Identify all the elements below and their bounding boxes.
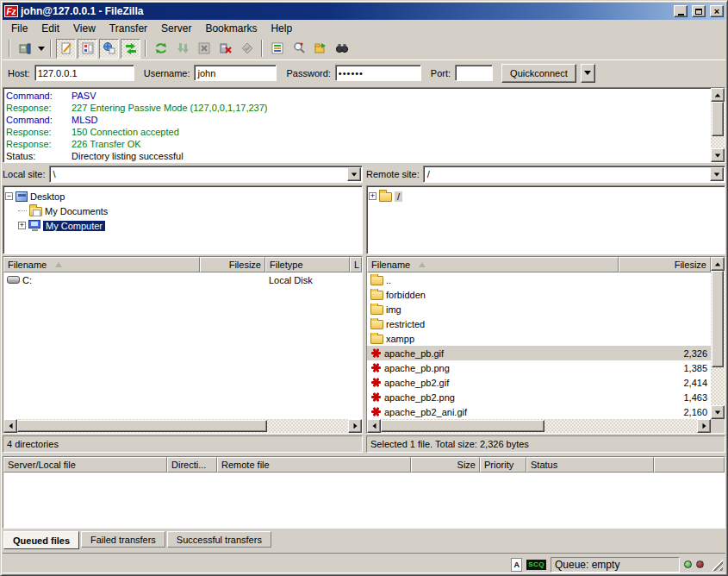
column-header-priority[interactable]: Priority (480, 457, 526, 473)
scrollbar-track[interactable] (544, 419, 697, 433)
process-queue-button[interactable] (172, 39, 192, 59)
column-header-filename[interactable]: Filename (3, 257, 200, 272)
scroll-left-button[interactable] (367, 419, 381, 433)
file-name: forbidden (386, 290, 426, 300)
column-header-filetype[interactable]: Filetype (265, 257, 350, 272)
scrollbar-track[interactable] (711, 367, 725, 405)
local-horizontal-scrollbar[interactable] (3, 419, 362, 433)
file-row-c-drive[interactable]: C: Local Disk (3, 272, 362, 287)
scroll-right-button[interactable] (348, 419, 362, 433)
remote-site-dropdown-button[interactable] (710, 167, 724, 181)
file-row[interactable]: forbidden (367, 287, 711, 302)
speed-limit-badge-icon[interactable]: SCQ (526, 560, 546, 570)
tab-successful-transfers[interactable]: Successful transfers (167, 531, 271, 548)
tab-queued-files[interactable]: Queued files (3, 531, 79, 549)
column-header-server-local-file[interactable]: Server/Local file (3, 457, 167, 473)
quickconnect-dropdown[interactable] (581, 64, 595, 83)
toggle-message-log-button[interactable] (56, 39, 76, 59)
site-manager-dropdown[interactable] (35, 39, 47, 59)
scrollbar-thumb[interactable] (712, 271, 724, 367)
transfer-type-ascii-icon[interactable]: A (511, 558, 522, 572)
column-header-remote-file[interactable]: Remote file (217, 457, 411, 473)
column-header-status[interactable]: Status (526, 457, 654, 473)
titlebar[interactable]: Fz john@127.0.0.1 - FileZilla × (3, 3, 725, 20)
disconnect-button[interactable] (215, 39, 235, 59)
file-row[interactable]: xampp (367, 331, 711, 346)
scroll-up-button[interactable] (711, 257, 725, 271)
toggle-remote-tree-button[interactable] (99, 39, 119, 59)
file-row[interactable]: apache_pb2.png 1,463 (367, 390, 711, 404)
file-row[interactable]: apache_pb2_ani.gif 2,160 (367, 404, 711, 419)
menu-view[interactable]: View (66, 21, 103, 36)
username-input[interactable] (194, 65, 277, 81)
file-row[interactable]: img (367, 302, 711, 316)
reconnect-button[interactable] (237, 39, 257, 59)
column-header-last-modified[interactable]: L (350, 257, 362, 272)
column-header-filesize[interactable]: Filesize (619, 257, 711, 272)
tree-item-desktop[interactable]: − Desktop (5, 189, 360, 203)
scrollbar-thumb[interactable] (17, 420, 267, 432)
scrollbar-track[interactable] (267, 419, 348, 433)
tree-item-root[interactable]: + / (369, 189, 723, 203)
menu-help[interactable]: Help (264, 21, 299, 36)
close-button[interactable]: × (710, 5, 724, 17)
column-header-filename[interactable]: Filename (367, 257, 619, 272)
file-size: 2,326 (619, 348, 711, 359)
scrollbar-thumb[interactable] (712, 102, 724, 136)
synchronized-browsing-button[interactable] (332, 39, 352, 59)
my-documents-folder-icon (29, 207, 42, 216)
minimize-button[interactable] (674, 5, 688, 17)
resize-grip[interactable] (710, 558, 723, 571)
maximize-button[interactable] (692, 5, 706, 17)
scroll-down-button[interactable] (711, 405, 725, 419)
file-search-button[interactable] (289, 39, 308, 59)
cancel-button[interactable] (194, 39, 214, 59)
menu-file[interactable]: File (4, 21, 34, 36)
site-manager-button[interactable] (15, 39, 34, 59)
host-input[interactable] (34, 65, 134, 81)
local-site-combobox[interactable]: \ (49, 166, 363, 183)
menu-bookmarks[interactable]: Bookmarks (198, 21, 264, 36)
remote-vertical-scrollbar[interactable] (711, 257, 725, 419)
local-site-dropdown-button[interactable] (347, 167, 361, 181)
scroll-right-button[interactable] (697, 419, 711, 433)
column-header-size[interactable]: Size (411, 457, 480, 473)
filename-filters-button[interactable] (267, 39, 287, 59)
queue-list-area[interactable] (3, 473, 725, 528)
toggle-local-tree-button[interactable] (78, 39, 97, 59)
log-vertical-scrollbar[interactable] (711, 88, 725, 162)
binoculars-icon (335, 41, 349, 55)
menu-edit[interactable]: Edit (34, 21, 66, 36)
scrollbar-thumb[interactable] (381, 420, 544, 432)
directory-comparison-button[interactable] (310, 39, 330, 59)
expand-icon[interactable]: + (18, 222, 26, 229)
chevron-down-icon (352, 172, 357, 176)
tree-item-my-computer[interactable]: + My Computer (5, 218, 360, 233)
tab-failed-transfers[interactable]: Failed transfers (81, 531, 165, 548)
port-input[interactable] (455, 65, 493, 81)
menu-transfer[interactable]: Transfer (103, 21, 154, 36)
filezilla-app-icon[interactable]: Fz (4, 5, 18, 17)
file-row[interactable]: .. (367, 272, 711, 287)
file-row[interactable]: apache_pb.png 1,385 (367, 360, 711, 375)
site-manager-icon (18, 41, 32, 55)
file-row-selected[interactable]: apache_pb.gif 2,326 (367, 346, 711, 360)
file-row[interactable]: restricted (367, 316, 711, 331)
password-input[interactable] (335, 65, 421, 81)
quickconnect-button[interactable]: Quickconnect (501, 64, 576, 83)
collapse-icon[interactable]: − (5, 192, 13, 200)
refresh-button[interactable] (151, 39, 171, 59)
remote-horizontal-scrollbar[interactable] (367, 419, 711, 433)
tree-item-my-documents[interactable]: My Documents (5, 203, 360, 218)
expand-icon[interactable]: + (369, 192, 376, 200)
scroll-left-button[interactable] (3, 419, 17, 433)
column-header-direction[interactable]: Directi... (167, 457, 217, 473)
scrollbar-track[interactable] (711, 136, 725, 148)
column-header-filesize[interactable]: Filesize (200, 257, 265, 272)
scroll-up-button[interactable] (711, 88, 725, 102)
file-row[interactable]: apache_pb2.gif 2,414 (367, 375, 711, 390)
remote-site-combobox[interactable]: / (423, 166, 725, 183)
menu-server[interactable]: Server (154, 21, 198, 36)
scroll-down-button[interactable] (711, 148, 725, 162)
toggle-transfer-queue-button[interactable] (121, 39, 140, 59)
